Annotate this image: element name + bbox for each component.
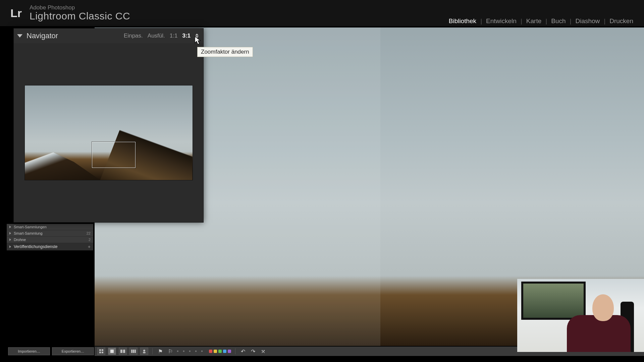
view-loupe-button[interactable] [108,348,116,355]
color-label-picker [209,350,231,353]
navigator-zoom-options: Einpas. Ausfül. 1:1 3:1 [124,32,199,40]
app-logo: Lr Adobe Photoshop Lightroom Classic CC [8,5,130,21]
rating-stars[interactable]: • • • • • [177,348,204,354]
collection-row-smart-sammlung[interactable]: Smart-Sammlung 22 [7,230,93,237]
sync-button[interactable]: ⤧ [260,348,267,355]
svg-rect-11 [143,352,146,353]
disclosure-right-icon [9,238,11,241]
webcam-torso [567,315,631,352]
color-label-red[interactable] [209,350,212,353]
collection-label: Smart-Sammlungen [14,225,47,229]
module-diashow[interactable]: Diashow [571,17,604,25]
toolbar-separator [235,348,235,354]
publish-services-header[interactable]: Veröffentlichungsdienste + [7,243,93,250]
zoom-stepper[interactable] [195,32,199,40]
view-compare-button[interactable] [119,348,127,355]
svg-rect-1 [102,349,103,351]
color-label-green[interactable] [218,350,222,353]
logo-mark-icon: Lr [8,5,24,21]
color-label-blue[interactable] [223,350,226,353]
navigator-header: Navigator Einpas. Ausfül. 1:1 3:1 [14,28,203,43]
svg-rect-8 [133,350,134,353]
navigator-preview-image[interactable] [25,85,193,180]
navigator-panel: Navigator Einpas. Ausfül. 1:1 3:1 [13,28,204,223]
color-label-purple[interactable] [228,350,231,353]
collection-label: Smart-Sammlung [14,231,43,235]
toolbar-separator [152,348,153,354]
webcam-person [564,288,634,352]
chevron-down-icon [195,36,199,38]
export-button[interactable]: Exportieren… [52,347,94,355]
navigator-disclosure-icon[interactable] [17,34,22,38]
svg-rect-5 [120,350,122,353]
add-publish-service-button[interactable]: + [88,244,91,249]
navigator-title: Navigator [26,32,58,40]
brand-line-2: Lightroom Classic CC [30,11,130,21]
collection-row-smart-sammlungen[interactable]: Smart-Sammlungen [7,224,93,230]
import-button[interactable]: Importieren… [8,347,50,355]
left-sidebar: Smart-Sammlungen Smart-Sammlung 22 Drohn… [7,224,93,250]
webcam-head [592,294,614,321]
preview-mountain-left [25,135,100,180]
collection-label: Drohne [14,238,26,242]
svg-rect-2 [99,352,101,353]
navigator-viewport-rectangle[interactable] [92,142,136,168]
svg-rect-7 [131,350,132,353]
zoom-fill[interactable]: Ausfül. [148,33,165,39]
webcam-overlay [517,279,644,352]
flag-pick-icon[interactable]: ⚑ [157,348,164,355]
module-karte[interactable]: Karte [522,17,545,25]
zoom-fit[interactable]: Einpas. [124,33,143,39]
svg-rect-9 [135,350,136,353]
navigator-preview-container [14,43,203,222]
svg-rect-0 [99,349,101,351]
svg-rect-4 [110,350,114,353]
rotate-cw-button[interactable]: ↷ [250,348,257,355]
collection-count: 22 [87,231,91,235]
app-header: Lr Adobe Photoshop Lightroom Classic CC … [0,0,644,26]
publish-services-label: Veröffentlichungsdienste [14,244,58,249]
svg-rect-6 [123,350,125,353]
module-bibliothek[interactable]: Bibliothek [445,17,480,25]
zoom-1to1[interactable]: 1:1 [170,33,178,39]
disclosure-right-icon [9,232,11,235]
svg-point-10 [143,350,145,352]
zoom-tooltip: Zoomfaktor ändern [197,47,253,57]
svg-rect-3 [102,352,103,353]
import-export-buttons: Importieren… Exportieren… [8,347,94,355]
view-grid-button[interactable] [97,348,105,355]
disclosure-right-icon [9,226,11,228]
brand-line-1: Adobe Photoshop [30,5,130,11]
flag-reject-icon[interactable]: ⚐ [167,348,174,355]
rotate-ccw-button[interactable]: ↶ [239,348,247,355]
zoom-custom[interactable]: 3:1 [182,33,191,39]
collection-row-drohne[interactable]: Drohne 2 [7,237,93,243]
module-picker: Bibliothek | Entwickeln | Karte | Buch |… [445,17,637,25]
view-survey-button[interactable] [129,348,138,355]
collection-count: 2 [89,238,91,242]
chevron-up-icon [195,34,199,36]
module-entwickeln[interactable]: Entwickeln [482,17,521,25]
module-drucken[interactable]: Drucken [605,17,637,25]
view-people-button[interactable] [140,348,148,355]
color-label-yellow[interactable] [214,350,217,353]
module-buch[interactable]: Buch [547,17,570,25]
disclosure-right-icon [9,245,11,248]
